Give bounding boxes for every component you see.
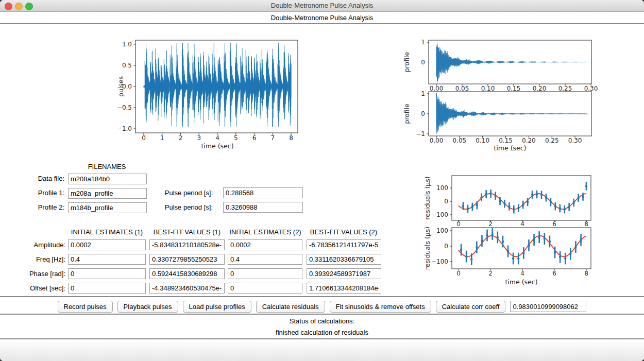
svg-text:pulses: pulses	[117, 76, 125, 97]
freq-bestfit2-field[interactable]	[307, 254, 381, 265]
amplitude-initial2-field[interactable]	[228, 239, 302, 250]
svg-text:5: 5	[234, 134, 238, 142]
data-file-label: Data file:	[10, 174, 64, 184]
filenames-section-label: FILENAMES	[68, 162, 146, 172]
svg-text:time (sec): time (sec)	[505, 278, 537, 286]
svg-text:4: 4	[215, 134, 219, 142]
pulse-period2-label: Pulse period [s]:	[149, 202, 213, 213]
pulse-period1-field[interactable]	[223, 187, 303, 198]
svg-text:0.30: 0.30	[584, 85, 598, 92]
fit-sinusoids-button[interactable]: Fit sinusoids & remove offsets	[330, 301, 431, 313]
svg-text:1: 1	[160, 134, 164, 142]
svg-text:8: 8	[584, 220, 588, 228]
amplitude-bestfit2-field[interactable]	[307, 239, 381, 250]
svg-text:0: 0	[142, 134, 146, 142]
amplitude-initial1-field[interactable]	[68, 239, 146, 250]
svg-text:0.15: 0.15	[499, 137, 513, 144]
phase-row-label: Phase [rad]:	[5, 269, 65, 279]
window-title: Double-Metronome Pulse Analysis	[0, 0, 644, 11]
svg-text:2: 2	[179, 134, 183, 142]
playback-pulses-button[interactable]: Playback pulses	[117, 301, 178, 313]
svg-text:1: 1	[421, 39, 425, 46]
svg-text:−1: −1	[416, 130, 425, 137]
svg-text:−0.5: −0.5	[117, 104, 132, 111]
amplitude-row-label: Amplitude:	[5, 240, 65, 250]
phase-initial2-field[interactable]	[228, 268, 302, 279]
offset-bestfit2-field[interactable]	[307, 283, 381, 294]
data-file-field[interactable]	[68, 174, 147, 184]
svg-text:0.05: 0.05	[455, 85, 469, 92]
profile1-label: Profile 1:	[10, 188, 64, 198]
svg-text:0: 0	[456, 220, 461, 228]
svg-text:6: 6	[252, 134, 257, 142]
svg-text:1.0: 1.0	[122, 41, 132, 48]
offset-initial2-field[interactable]	[228, 283, 302, 294]
column-header-initial-estimates-2: INITIAL ESTIMATES (2)	[227, 227, 304, 237]
separator	[0, 314, 644, 315]
svg-text:−1.0: −1.0	[117, 125, 132, 132]
svg-text:0.5: 0.5	[122, 62, 132, 69]
column-header-best-fit-values-2: BEST-FIT VALUES (2)	[305, 227, 382, 237]
svg-text:6: 6	[552, 270, 556, 277]
freq-row-label: Freq [Hz]:	[5, 254, 65, 265]
svg-text:residuals (μs): residuals (μs)	[423, 227, 431, 270]
profile1-field[interactable]	[68, 188, 147, 199]
svg-text:0: 0	[421, 110, 425, 117]
svg-text:profile: profile	[403, 104, 411, 124]
svg-text:0.05: 0.05	[452, 137, 466, 144]
svg-text:residuals (μs): residuals (μs)	[423, 176, 431, 219]
svg-text:0.20: 0.20	[522, 137, 536, 144]
svg-text:4: 4	[520, 270, 524, 277]
pulse-period1-label: Pulse period [s]:	[149, 188, 213, 198]
svg-text:0.25: 0.25	[558, 85, 572, 92]
profile2-field[interactable]	[68, 202, 147, 213]
column-header-best-fit-values-1: BEST-FIT VALUES (1)	[148, 227, 226, 237]
footer-area	[0, 339, 644, 361]
svg-text:time (sec): time (sec)	[201, 142, 233, 150]
svg-text:0.20: 0.20	[533, 85, 547, 92]
offset-bestfit1-field[interactable]	[149, 283, 225, 294]
title-bar[interactable]: Double-Metronome Pulse Analysis	[0, 0, 644, 12]
phase-bestfit1-field[interactable]	[149, 268, 225, 279]
svg-text:3: 3	[197, 134, 201, 142]
status-message: finished calculation of residuals	[0, 329, 644, 336]
svg-text:100: 100	[436, 184, 448, 192]
page-title: Double-Metronome Pulse Analysis	[0, 12, 644, 24]
amplitude-bestfit1-field[interactable]	[149, 239, 225, 250]
svg-text:0: 0	[421, 59, 425, 66]
svg-text:2: 2	[488, 270, 493, 277]
pulse-period2-field[interactable]	[223, 202, 303, 213]
svg-text:0.10: 0.10	[481, 85, 495, 92]
column-header-initial-estimates-1: INITIAL ESTIMATES (1)	[68, 227, 146, 237]
svg-text:−100: −100	[431, 258, 448, 265]
svg-text:1: 1	[421, 90, 425, 97]
load-pulse-profiles-button[interactable]: Load pulse profiles	[183, 301, 251, 313]
svg-text:8: 8	[584, 270, 588, 277]
separator	[0, 23, 644, 24]
svg-text:0: 0	[444, 198, 448, 205]
record-pulses-button[interactable]: Record pulses	[58, 301, 113, 313]
phase-initial1-field[interactable]	[68, 268, 146, 279]
svg-text:0: 0	[456, 270, 461, 277]
calculate-residuals-button[interactable]: Calculate residuals	[256, 301, 325, 313]
freq-initial1-field[interactable]	[68, 254, 146, 265]
svg-text:time (sec): time (sec)	[494, 144, 526, 152]
calculate-corr-coeff-button[interactable]: Calculate corr coeff	[436, 301, 506, 313]
svg-text:profile: profile	[403, 51, 411, 72]
svg-text:7: 7	[270, 134, 275, 142]
pulses-figure: 012345678−1.0−0.50.00.51.0time (sec)puls…	[116, 28, 307, 154]
svg-text:100: 100	[436, 227, 448, 234]
svg-text:2: 2	[488, 220, 493, 228]
svg-text:0.15: 0.15	[507, 85, 521, 92]
separator	[0, 296, 644, 297]
corr-coeff-field[interactable]	[510, 301, 586, 312]
svg-text:8: 8	[289, 134, 293, 142]
phase-bestfit2-field[interactable]	[307, 268, 381, 279]
svg-text:0.00: 0.00	[430, 137, 444, 144]
svg-text:0.10: 0.10	[476, 137, 489, 144]
svg-text:4: 4	[520, 220, 524, 228]
offset-initial1-field[interactable]	[68, 283, 146, 294]
offset-row-label: Offset [sec]:	[5, 283, 65, 294]
freq-bestfit1-field[interactable]	[149, 254, 225, 265]
freq-initial2-field[interactable]	[228, 254, 302, 265]
